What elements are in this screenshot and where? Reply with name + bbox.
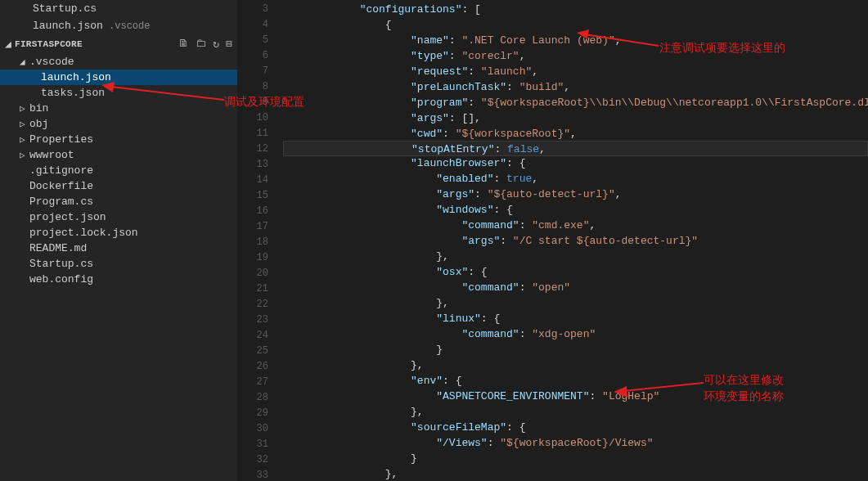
tree-file[interactable]: project.lock.json: [0, 225, 237, 240]
chevron-down-icon: ◢: [5, 38, 15, 51]
tree-folder[interactable]: ▷wwwroot: [0, 147, 237, 163]
tree-folder[interactable]: ▷obj: [0, 116, 237, 132]
folder-header[interactable]: ◢ FIRSTASPCORE 🗎 🗀 ↻ ⊟: [0, 34, 237, 54]
code-line[interactable]: },: [283, 357, 868, 373]
code-line[interactable]: "windows": {: [283, 202, 868, 218]
code-line[interactable]: },: [283, 249, 868, 264]
line-number: 6: [238, 48, 283, 64]
tree-file[interactable]: .gitignore: [0, 163, 237, 178]
code-line[interactable]: "osx": {: [283, 264, 868, 280]
file-tree: ◢.vscodelaunch.jsontasks.json▷bin▷obj▷Pr…: [0, 54, 237, 481]
tree-file[interactable]: web.config: [0, 272, 237, 287]
tree-item-label: web.config: [29, 273, 93, 285]
code-line[interactable]: "args": [],: [283, 110, 868, 126]
tree-file[interactable]: launch.json: [0, 70, 237, 85]
code-line[interactable]: "program": "${workspaceRoot}\\bin\\Debug…: [283, 95, 868, 110]
code-line[interactable]: "configurations": [: [283, 2, 868, 17]
open-editor-name: Startup.cs: [33, 2, 97, 15]
line-number: 33: [238, 468, 283, 481]
code-line[interactable]: "sourceFileMap": {: [283, 420, 868, 435]
code-line[interactable]: "env": {: [283, 373, 868, 389]
folder-name: FIRSTASPCORE: [15, 39, 178, 49]
code-line[interactable]: }: [283, 451, 868, 466]
chevron-right-icon: ▷: [20, 119, 28, 129]
code-line[interactable]: "args": "/C start ${auto-detect-url}": [283, 233, 868, 249]
line-number: 3: [238, 2, 283, 17]
line-number: 7: [238, 64, 283, 79]
tree-item-label: project.json: [29, 211, 106, 223]
line-number: 19: [238, 250, 283, 266]
new-folder-icon[interactable]: 🗀: [196, 38, 206, 51]
tree-file[interactable]: README.md: [0, 240, 237, 256]
chevron-right-icon: ▷: [20, 103, 28, 114]
line-number: 30: [238, 421, 283, 437]
tree-file[interactable]: Program.cs: [0, 194, 237, 209]
code-line[interactable]: "command": "xdg-open": [283, 326, 868, 342]
code-content[interactable]: "configurations": [ { "name": ".NET Core…: [283, 0, 868, 481]
tree-file[interactable]: tasks.json: [0, 85, 237, 101]
tree-item-label: Properties: [29, 133, 93, 146]
tree-item-label: .vscode: [29, 56, 74, 68]
code-line[interactable]: "linux": {: [283, 311, 868, 326]
code-line[interactable]: "launchBrowser": {: [283, 155, 868, 171]
code-line[interactable]: "command": "open": [283, 280, 868, 295]
code-line[interactable]: "/Views": "${workspaceRoot}/Views": [283, 435, 868, 451]
code-line[interactable]: "type": "coreclr",: [283, 48, 868, 64]
tree-file[interactable]: project.json: [0, 209, 237, 225]
chevron-down-icon: ◢: [20, 56, 28, 67]
tree-file[interactable]: Dockerfile: [0, 178, 237, 194]
new-file-icon[interactable]: 🗎: [178, 38, 189, 51]
line-number: 17: [238, 219, 283, 235]
open-editor-item[interactable]: Startup.cs: [0, 0, 237, 17]
code-line[interactable]: {: [283, 17, 868, 33]
code-line[interactable]: "enabled": true,: [283, 171, 868, 187]
line-number: 23: [238, 312, 283, 328]
tree-folder[interactable]: ▷Properties: [0, 132, 237, 147]
code-line[interactable]: "cwd": "${workspaceRoot}",: [283, 126, 868, 142]
line-number: 8: [238, 79, 283, 95]
line-number: 12: [238, 142, 283, 157]
folder-actions: 🗎 🗀 ↻ ⊟: [178, 38, 232, 51]
code-line[interactable]: "preLaunchTask": "build",: [283, 79, 868, 95]
tree-item-label: Dockerfile: [29, 180, 93, 192]
refresh-icon[interactable]: ↻: [213, 38, 219, 51]
line-number: 28: [238, 390, 283, 406]
code-line[interactable]: "stopAtEntry": false,: [283, 141, 868, 156]
tree-file[interactable]: Startup.cs: [0, 256, 237, 272]
open-editor-ext: .vscode: [103, 20, 151, 32]
tree-folder[interactable]: ◢.vscode: [0, 54, 237, 70]
collapse-icon[interactable]: ⊟: [226, 38, 232, 51]
code-line[interactable]: "request": "launch",: [283, 64, 868, 79]
line-number: 15: [238, 188, 283, 204]
line-number: 25: [238, 344, 283, 359]
line-number: 32: [238, 452, 283, 468]
line-number: 13: [238, 157, 283, 173]
tree-item-label: bin: [29, 102, 48, 115]
line-number: 31: [238, 437, 283, 452]
tree-item-label: wwwroot: [29, 149, 74, 161]
tree-folder[interactable]: ▷bin: [0, 101, 237, 116]
line-number: 5: [238, 33, 283, 48]
code-line[interactable]: },: [283, 295, 868, 311]
open-editor-item[interactable]: launch.json .vscode: [0, 17, 237, 34]
code-line[interactable]: },: [283, 404, 868, 420]
tree-item-label: Startup.cs: [29, 258, 93, 270]
line-number: 11: [238, 126, 283, 142]
open-editor-name: launch.json: [33, 20, 103, 32]
line-number: 24: [238, 328, 283, 344]
tree-item-label: .gitignore: [29, 164, 93, 177]
line-number: 26: [238, 359, 283, 375]
sidebar: Startup.cs launch.json .vscode ◢ FIRSTAS…: [0, 0, 238, 481]
code-line[interactable]: "ASPNETCORE_ENVIRONMENT": "LogHelp": [283, 389, 868, 404]
code-line[interactable]: "command": "cmd.exe",: [283, 218, 868, 233]
line-number: 22: [238, 297, 283, 312]
code-line[interactable]: }: [283, 342, 868, 357]
tree-item-label: README.md: [29, 242, 87, 254]
line-number: 14: [238, 173, 283, 188]
code-line[interactable]: "name": ".NET Core Launch (web)",: [283, 33, 868, 48]
chevron-right-icon: ▷: [20, 150, 28, 160]
line-number: 16: [238, 204, 283, 219]
code-line[interactable]: },: [283, 466, 868, 481]
code-line[interactable]: "args": "${auto-detect-url}",: [283, 187, 868, 202]
line-number: 10: [238, 110, 283, 126]
